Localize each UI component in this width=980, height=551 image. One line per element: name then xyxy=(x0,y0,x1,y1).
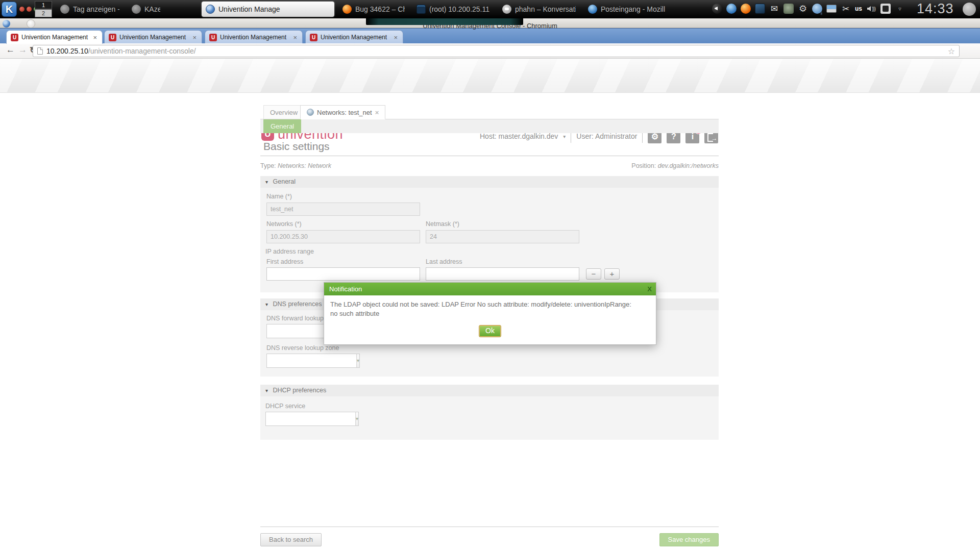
browser-tab-3[interactable]: U Univention Management × xyxy=(205,30,303,44)
clock[interactable]: 14:33 xyxy=(917,1,954,17)
name-label: Name (*) xyxy=(266,193,292,200)
mail-icon[interactable]: ✉ xyxy=(769,4,779,14)
dropdown-arrow-icon[interactable]: ▾ xyxy=(355,412,358,425)
bookmark-star-icon[interactable]: ☆ xyxy=(948,46,955,56)
taskbar-item-tag-anzeigen[interactable]: Tag anzeigen - 2014- xyxy=(56,2,124,17)
networks-label: Networks (*) xyxy=(266,220,302,228)
task-label: Bug 34622 – Check N xyxy=(355,5,405,13)
cat-icon[interactable] xyxy=(783,4,794,14)
section-title: DHCP preferences xyxy=(273,387,327,394)
tab-label: Univention Management xyxy=(220,34,289,41)
kde-menu-button[interactable]: K xyxy=(2,2,17,17)
taskbar-item-phahn-konversation[interactable]: phahn – Konversatio xyxy=(498,2,580,17)
tab-networks-test-net[interactable]: Networks: test_net × xyxy=(300,105,385,119)
remove-row-button[interactable]: − xyxy=(586,268,601,280)
dns-reverse-combobox[interactable]: ▾ xyxy=(266,354,360,368)
dialog-close-icon[interactable]: X xyxy=(647,283,652,295)
dhcp-service-combobox[interactable]: ▾ xyxy=(265,412,359,426)
tab-close-icon[interactable]: × xyxy=(92,34,98,41)
taskbar-item-univention-active[interactable]: Univention Manage xyxy=(202,2,334,17)
section-title: DNS preferences xyxy=(273,300,322,308)
dropdown-arrow-icon[interactable]: ▾ xyxy=(356,354,359,367)
ok-button[interactable]: Ok xyxy=(479,325,501,337)
section-body-general: Name (*) Networks (*) Netmask (*) IP add… xyxy=(260,188,719,292)
terminal-monitor-icon[interactable] xyxy=(755,4,765,14)
last-address-field[interactable] xyxy=(426,267,579,281)
section-title: General xyxy=(273,178,296,185)
gear-icon[interactable]: ⚙ xyxy=(798,4,808,14)
taskbar-item-root-terminal[interactable]: (root) 10.200.25.11 – xyxy=(412,2,494,17)
url-host: 10.200.25.10 xyxy=(46,47,88,55)
dialog-message: The LDAP object could not be saved: LDAP… xyxy=(324,295,646,320)
taskbar-item-kaze[interactable]: KAze xyxy=(128,2,164,17)
dhcp-service-label: DHCP service xyxy=(265,403,305,410)
scissors-icon[interactable]: ✂ xyxy=(841,4,851,14)
univention-favicon: U xyxy=(109,34,116,41)
object-meta-row: Type: Networks: Network Position: dev.dg… xyxy=(260,162,719,169)
netmask-label: Netmask (*) xyxy=(426,220,459,228)
task-label: (root) 10.200.25.11 – xyxy=(429,5,490,13)
download-globe-icon[interactable] xyxy=(812,4,822,14)
dns-reverse-field[interactable] xyxy=(267,354,356,367)
desktop-1-button[interactable]: 1 xyxy=(35,1,52,9)
tab-close-icon[interactable]: × xyxy=(292,34,298,41)
tab-overview[interactable]: Overview xyxy=(263,105,304,119)
display-icon[interactable] xyxy=(826,5,837,13)
chat-icon xyxy=(502,5,511,14)
red-dot-icon[interactable] xyxy=(19,7,24,12)
add-row-button[interactable]: + xyxy=(604,268,620,280)
titlebar-shade-overlay xyxy=(366,18,523,25)
save-changes-button[interactable]: Save changes xyxy=(659,533,719,546)
task-label: Posteingang - Mozill xyxy=(601,5,665,13)
red-dot-icon[interactable] xyxy=(27,7,32,12)
volume-icon[interactable] xyxy=(866,4,876,14)
back-to-search-button[interactable]: Back to search xyxy=(260,533,322,546)
taskbar-item-posteingang[interactable]: Posteingang - Mozill xyxy=(584,2,670,17)
tab-label: Univention Management xyxy=(321,34,389,41)
system-tray: ✉ ⚙ ✂ us ▿ xyxy=(712,4,905,14)
clipboard-icon[interactable] xyxy=(880,4,891,14)
forward-button[interactable]: → xyxy=(18,45,27,55)
browser-tab-1[interactable]: U Univention Management × xyxy=(6,30,103,44)
univention-favicon: U xyxy=(310,34,317,41)
type-label: Type: Networks: Network xyxy=(260,162,331,169)
tab-label: Networks: test_net xyxy=(317,109,372,116)
chevron-down-icon[interactable]: ▾ xyxy=(563,134,566,139)
networks-field xyxy=(266,230,420,243)
section-header-dhcp[interactable]: ▾ DHCP preferences xyxy=(260,385,719,396)
dialog-header[interactable]: Notification X xyxy=(324,283,656,295)
back-button[interactable]: ← xyxy=(6,45,15,55)
thunderbird-icon[interactable] xyxy=(726,4,737,14)
tray-collapse-chevron-icon[interactable]: ▿ xyxy=(895,4,905,14)
tab-close-icon[interactable]: × xyxy=(191,34,198,41)
divider xyxy=(260,527,719,527)
dhcp-service-field[interactable] xyxy=(266,412,355,425)
first-address-field[interactable] xyxy=(266,267,420,281)
notifier-megaphone-icon[interactable] xyxy=(712,4,722,14)
firefox-icon[interactable] xyxy=(741,4,751,14)
browser-tabstrip: U Univention Management × U Univention M… xyxy=(0,28,980,43)
tab-close-icon[interactable]: × xyxy=(375,109,379,116)
terminal-icon xyxy=(416,5,426,14)
univention-favicon: U xyxy=(209,34,217,41)
desktop-2-button[interactable]: 2 xyxy=(35,9,52,17)
host-selector[interactable]: Host: master.dgalkin.dev xyxy=(480,132,558,140)
tab-close-icon[interactable]: × xyxy=(393,34,399,41)
notification-dialog: Notification X The LDAP object could not… xyxy=(324,282,656,345)
first-address-label: First address xyxy=(266,258,303,265)
chromium-icon xyxy=(206,5,215,14)
subtab-general[interactable]: General xyxy=(263,119,301,133)
taskbar-item-bug-34622[interactable]: Bug 34622 – Check N xyxy=(338,2,409,17)
position-label: Position: dev.dgalkin:/networks xyxy=(631,162,719,169)
keyboard-layout-indicator[interactable]: us xyxy=(855,4,862,14)
ip-range-label: IP address range xyxy=(265,248,314,255)
window-menu-button[interactable] xyxy=(27,19,35,28)
info-icon: i xyxy=(692,132,694,141)
module-tabrow: Overview Networks: test_net × xyxy=(260,105,719,119)
browser-tab-4[interactable]: U Univention Management × xyxy=(305,30,403,44)
section-header-general[interactable]: ▾ General xyxy=(260,176,719,188)
address-bar[interactable]: 10.200.25.10/univention-management-conso… xyxy=(33,45,960,57)
univention-favicon: U xyxy=(11,34,18,41)
tray-edge-icon[interactable] xyxy=(963,3,976,16)
browser-tab-2[interactable]: U Univention Management × xyxy=(104,30,202,44)
